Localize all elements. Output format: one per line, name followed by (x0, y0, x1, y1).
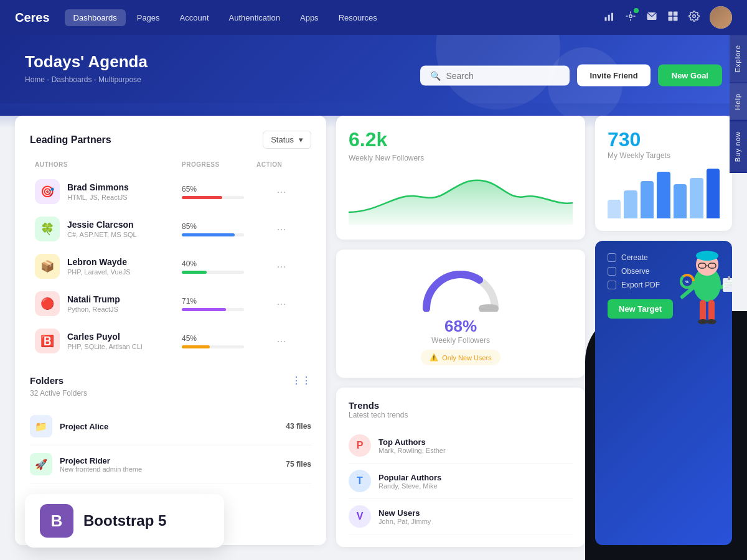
observe-label: Observe (621, 267, 649, 276)
svg-point-13 (693, 15, 696, 18)
bar (624, 190, 637, 218)
action-dots[interactable]: ··· (256, 297, 306, 310)
search-input[interactable] (446, 70, 560, 80)
new-goal-button[interactable]: New Goal (658, 65, 722, 86)
brand-logo: Ceres (15, 11, 50, 25)
progress-area: 65% (182, 185, 256, 199)
svg-text:%: % (685, 280, 689, 284)
svg-rect-12 (674, 17, 678, 21)
weekly-followers-number: 6.2k (349, 128, 573, 151)
partner-avatar: 🍀 (35, 217, 60, 241)
action-dots[interactable]: ··· (256, 185, 306, 198)
grid-icon[interactable] (667, 11, 679, 24)
progress-area: 45% (182, 334, 256, 348)
create-label: Cereate (621, 253, 648, 262)
trend-name: Top Authors (378, 437, 446, 447)
nav-pages[interactable]: Pages (128, 9, 169, 26)
new-target-button[interactable]: New Target (608, 299, 673, 319)
partner-details: Natali Trump Python, ReactJS (67, 294, 120, 313)
explore-tab[interactable]: Explore (730, 35, 747, 82)
action-dots[interactable]: ··· (256, 335, 306, 348)
partner-row: 🅱️ Carles Puyol PHP, SQLite, Artisan CLI… (30, 322, 311, 360)
svg-rect-2 (611, 13, 613, 21)
main-content: Leading Partners Status ▾ AUTHORS PROGRE… (0, 116, 747, 560)
svg-rect-11 (669, 17, 673, 21)
bar (674, 184, 687, 218)
trends-list: P Top Authors Mark, Rowling, Esther T Po… (349, 428, 573, 534)
message-icon[interactable] (646, 11, 657, 24)
bootstrap-icon: B (40, 504, 73, 538)
partner-row: 🎯 Brad Simmons HTML, JS, ReactJS 65% ··· (30, 173, 311, 210)
progress-bar-fill (182, 233, 235, 236)
progress-pct: 65% (182, 185, 256, 194)
folders-dots-icon[interactable]: ⋮⋮ (291, 375, 311, 386)
trend-details: Popular Authors Randy, Steve, Mike (378, 473, 441, 490)
nav-resources[interactable]: Resources (330, 9, 386, 26)
bar (657, 172, 670, 218)
bar (707, 169, 720, 218)
weekly-followers-label: Weekly New Followers (349, 154, 573, 162)
bar (608, 200, 621, 218)
gauge-label: Weekly Followers (431, 336, 490, 345)
trend-icon: V (349, 505, 371, 528)
partner-row: 🍀 Jessie Clarcson C#, ASP.NET, MS SQL 85… (30, 210, 311, 248)
folders-title: Folders (30, 375, 63, 386)
partner-details: Brad Simmons HTML, JS, ReactJS (67, 182, 129, 201)
search-box[interactable]: 🔍 (420, 65, 570, 85)
export-label: Export PDF (621, 281, 660, 289)
progress-bar-bg (182, 196, 244, 199)
progress-bar-bg (182, 271, 244, 274)
progress-bar-fill (182, 271, 207, 274)
partner-avatar: 🅱️ (35, 329, 60, 353)
leading-partners-title: Leading Partners (30, 134, 111, 146)
col-progress: PROGRESS (182, 161, 256, 168)
partner-details: Lebron Wayde PHP, Laravel, VueJS (67, 257, 131, 276)
partner-name: Jessie Clarcson (67, 220, 137, 230)
create-checkbox[interactable] (608, 253, 616, 262)
trend-details: New Users John, Pat, Jimmy (378, 508, 431, 525)
weekly-targets-card: 730 My Weekly Targets (595, 116, 732, 231)
partner-info: 🅱️ Carles Puyol PHP, SQLite, Artisan CLI (35, 329, 182, 353)
folder-info: 📁 Project Alice (30, 415, 108, 437)
status-dropdown[interactable]: Status ▾ (263, 131, 311, 149)
partner-skills: C#, ASP.NET, MS SQL (67, 231, 137, 238)
action-dots[interactable]: ··· (256, 260, 306, 273)
export-checkbox[interactable] (608, 281, 616, 289)
bootstrap-letter: B (51, 511, 63, 531)
progress-pct: 45% (182, 334, 256, 343)
bar-chart (608, 169, 720, 218)
nav-authentication[interactable]: Authentication (220, 9, 289, 26)
progress-bar-bg (182, 233, 244, 236)
invite-friend-button[interactable]: Invite Friend (577, 65, 650, 86)
folder-details-2: Project Rider New frontend admin theme (60, 456, 142, 473)
progress-area: 40% (182, 259, 256, 274)
nav-apps[interactable]: Apps (291, 9, 327, 26)
partner-name: Brad Simmons (67, 182, 129, 192)
nav-dashboards[interactable]: Dashboards (65, 9, 126, 26)
mid-panel: 6.2k Weekly New Followers (336, 116, 585, 545)
partner-info: 🔴 Natali Trump Python, ReactJS (35, 291, 182, 316)
gauge-percent: 68% (444, 317, 477, 336)
nav-account[interactable]: Account (171, 9, 218, 26)
observe-checkbox[interactable] (608, 267, 616, 276)
col-action: ACTION (256, 161, 306, 168)
help-tab[interactable]: Help (730, 83, 747, 120)
bar-chart-icon[interactable] (604, 11, 615, 24)
action-dots[interactable]: ··· (256, 223, 306, 236)
partner-info: 📦 Lebron Wayde PHP, Laravel, VueJS (35, 254, 182, 279)
target-card: Cereate Observe Export PDF New Target (595, 241, 732, 545)
partner-avatar: 🔴 (35, 291, 60, 316)
col-authors: AUTHORS (35, 161, 182, 168)
sparkle-icon[interactable] (625, 11, 636, 24)
partner-skills: HTML, JS, ReactJS (67, 194, 129, 201)
buy-now-tab[interactable]: Buy now (730, 121, 747, 172)
trends-title: Trends (349, 400, 573, 411)
avatar[interactable] (710, 6, 732, 29)
table-header: AUTHORS PROGRESS ACTION (30, 161, 311, 168)
navbar: Ceres Dashboards Pages Account Authentic… (0, 0, 747, 35)
bar (690, 178, 703, 218)
settings-icon[interactable] (688, 11, 700, 24)
svg-point-25 (707, 319, 716, 324)
partner-row: 📦 Lebron Wayde PHP, Laravel, VueJS 40% ·… (30, 248, 311, 285)
progress-bar-bg (182, 308, 244, 311)
